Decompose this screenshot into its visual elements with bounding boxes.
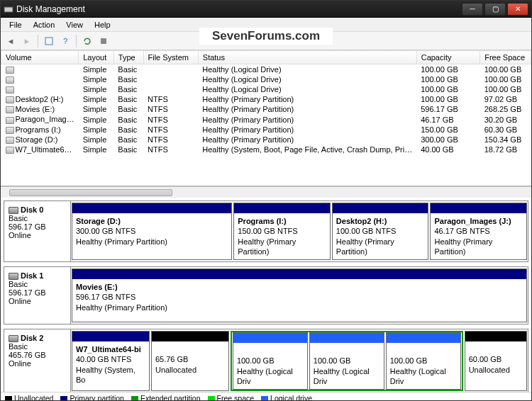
table-row[interactable]: W7_Ultimate6…SimpleBasicNTFSHealthy (Sys… xyxy=(1,145,531,154)
partition[interactable]: Desktop2 (H:)100.00 GB NTFSHealthy (Prim… xyxy=(332,203,429,260)
table-row[interactable]: SimpleBasicHealthy (Logical Drive)100.00… xyxy=(1,74,531,84)
back-button[interactable]: ◄ xyxy=(4,34,18,48)
partition[interactable]: Programs (I:)150.00 GB NTFSHealthy (Prim… xyxy=(233,203,331,260)
disk-row: Disk 0Basic596.17 GBOnlineStorage (D:)30… xyxy=(4,200,528,262)
menu-help[interactable]: Help xyxy=(89,19,116,30)
legend-logical: Logical drive xyxy=(261,394,312,401)
horizontal-scrollbar[interactable] xyxy=(1,186,531,198)
col-status[interactable]: Status xyxy=(198,51,416,64)
svg-rect-2 xyxy=(101,38,106,44)
window-title: Disk Management xyxy=(16,4,460,14)
col-layout[interactable]: Layout xyxy=(79,51,114,64)
refresh-button[interactable] xyxy=(80,34,94,48)
partition[interactable]: 100.00 GBHealthy (Logical Driv xyxy=(233,332,308,390)
show-hide-button[interactable] xyxy=(42,34,56,48)
titlebar[interactable]: Disk Management ─ ▢ ✕ xyxy=(1,1,531,18)
table-row[interactable]: SimpleBasicHealthy (Logical Drive)100.00… xyxy=(1,84,531,94)
minimize-button[interactable]: ─ xyxy=(462,3,483,16)
table-row[interactable]: Storage (D:)SimpleBasicNTFSHealthy (Prim… xyxy=(1,135,531,145)
menu-view[interactable]: View xyxy=(60,19,89,30)
disk-partitions: W7_Ultimate64-bi40.00 GB NTFSHealthy (Sy… xyxy=(71,329,528,392)
partition[interactable]: W7_Ultimate64-bi40.00 GB NTFSHealthy (Sy… xyxy=(72,331,150,391)
separator xyxy=(38,35,38,47)
legend-extended: Extended partition xyxy=(131,394,201,401)
extended-partition: 100.00 GBHealthy (Logical Driv100.00 GBH… xyxy=(231,331,463,391)
partition[interactable]: 60.00 GBUnallocated xyxy=(465,331,527,391)
app-icon xyxy=(4,4,13,14)
legend-primary: Primary partition xyxy=(60,394,123,401)
table-row[interactable]: Programs (I:)SimpleBasicNTFSHealthy (Pri… xyxy=(1,125,531,135)
col-fs[interactable]: File System xyxy=(143,51,198,64)
menu-file[interactable]: File xyxy=(4,19,28,30)
partition[interactable]: 65.76 GBUnallocated xyxy=(151,331,229,391)
volume-table: Volume Layout Type File System Status Ca… xyxy=(1,50,531,154)
partition[interactable]: 100.00 GBHealthy (Logical Driv xyxy=(386,332,461,390)
col-free[interactable]: Free Space xyxy=(480,51,531,64)
col-volume[interactable]: Volume xyxy=(1,51,79,64)
settings-button[interactable] xyxy=(96,34,111,48)
table-row[interactable]: Desktop2 (H:)SimpleBasicNTFSHealthy (Pri… xyxy=(1,94,531,104)
legend-free: Free space xyxy=(208,394,255,401)
partition[interactable]: Storage (D:)300.00 GB NTFSHealthy (Prima… xyxy=(72,203,232,260)
partition[interactable]: Paragon_Images (J:)46.17 GB NTFSHealthy … xyxy=(430,203,527,260)
col-capacity[interactable]: Capacity xyxy=(416,51,480,64)
partition[interactable]: 100.00 GBHealthy (Logical Driv xyxy=(309,332,384,390)
scrollbar-thumb[interactable] xyxy=(9,189,172,196)
disk-label[interactable]: Disk 1Basic596.17 GBOnline xyxy=(4,267,71,324)
col-type[interactable]: Type xyxy=(113,51,143,64)
legend-unallocated: Unallocated xyxy=(5,394,53,401)
disk-label[interactable]: Disk 2Basic465.76 GBOnline xyxy=(4,329,71,392)
table-row[interactable]: SimpleBasicHealthy (Logical Drive)100.00… xyxy=(1,64,531,75)
disk-graphical-pane: Disk 0Basic596.17 GBOnlineStorage (D:)30… xyxy=(1,198,531,392)
disk-partitions: Movies (E:)596.17 GB NTFSHealthy (Primar… xyxy=(71,267,528,324)
toolbar: ◄ ► ? SevenForums.com xyxy=(1,32,531,50)
disk-label[interactable]: Disk 0Basic596.17 GBOnline xyxy=(4,201,71,261)
menu-action[interactable]: Action xyxy=(28,19,61,30)
svg-rect-1 xyxy=(45,38,52,45)
help-button[interactable]: ? xyxy=(58,34,72,48)
partition[interactable]: Movies (E:)596.17 GB NTFSHealthy (Primar… xyxy=(72,269,527,322)
table-row[interactable]: Movies (E:)SimpleBasicNTFSHealthy (Prima… xyxy=(1,104,531,114)
legend: Unallocated Primary partition Extended p… xyxy=(1,392,531,401)
svg-rect-0 xyxy=(4,7,13,12)
watermark: SevenForums.com xyxy=(199,28,333,45)
disk-row: Disk 2Basic465.76 GBOnlineW7_Ultimate64-… xyxy=(4,329,528,392)
close-button[interactable]: ✕ xyxy=(507,3,528,16)
maximize-button[interactable]: ▢ xyxy=(484,3,506,16)
volume-list-pane: Volume Layout Type File System Status Ca… xyxy=(1,50,531,186)
table-row[interactable]: Paragon_Imag…SimpleBasicNTFSHealthy (Pri… xyxy=(1,114,531,124)
disk-row: Disk 1Basic596.17 GBOnlineMovies (E:)596… xyxy=(4,266,528,324)
separator xyxy=(76,35,77,47)
disk-partitions: Storage (D:)300.00 GB NTFSHealthy (Prima… xyxy=(71,201,528,261)
forward-button[interactable]: ► xyxy=(20,34,34,48)
